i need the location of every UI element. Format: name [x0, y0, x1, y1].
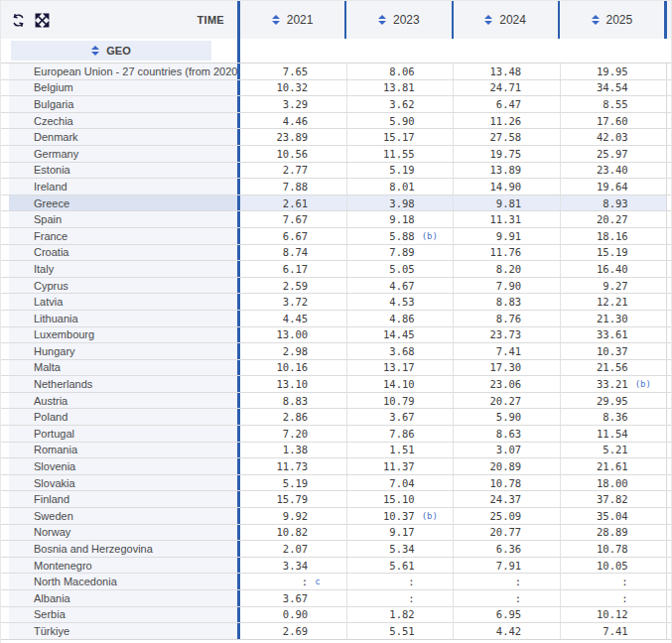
value-cell: 15.10: [347, 491, 455, 507]
value-cell: 10.37(b): [347, 508, 455, 524]
value-cell: 15.19: [561, 245, 668, 261]
cell-value: 5.19: [240, 477, 308, 489]
cell-value: 5.51: [347, 625, 415, 637]
cell-value: 7.91: [454, 560, 521, 572]
value-cell: 9.27: [561, 278, 668, 294]
year-sort-header-2025[interactable]: 2025: [558, 1, 667, 39]
expand-icon[interactable]: [35, 13, 50, 28]
geo-cell[interactable]: Albania: [9, 590, 237, 606]
cell-value: 19.75: [454, 148, 521, 160]
table-row: Germany10.5611.5519.7525.97: [1, 145, 671, 162]
value-cell: 19.75: [454, 146, 561, 162]
value-cell: 9.18: [347, 211, 455, 227]
value-cell: 1.82: [347, 607, 455, 623]
geo-cell[interactable]: Norway: [9, 525, 237, 541]
geo-cell[interactable]: Romania: [9, 443, 237, 458]
value-cell: 11.26: [454, 113, 561, 129]
value-cell: 10.16: [240, 360, 347, 376]
geo-cell[interactable]: Serbia: [9, 607, 237, 623]
geo-cell[interactable]: Finland: [9, 491, 237, 507]
cell-value: 20.89: [454, 460, 521, 472]
geo-cell[interactable]: Czechia: [9, 113, 237, 129]
value-cell: 3.67: [347, 409, 455, 425]
cell-value: :: [561, 576, 628, 587]
cell-value: 6.95: [454, 608, 521, 620]
cell-value: 2.61: [240, 197, 308, 209]
cell-value: 2.59: [240, 280, 308, 292]
value-cell: 9.91: [454, 228, 561, 244]
sort-icon: [378, 15, 386, 25]
geo-cell[interactable]: Poland: [9, 409, 237, 425]
cell-value: :: [561, 592, 628, 604]
value-cell: 9.81: [454, 195, 561, 211]
geo-cell[interactable]: Portugal: [9, 426, 237, 442]
geo-cell[interactable]: Germany: [9, 146, 237, 162]
geo-cell[interactable]: Italy: [9, 261, 237, 277]
geo-cell[interactable]: France: [9, 228, 237, 244]
cell-value: 3.67: [240, 592, 308, 604]
geo-cell[interactable]: Latvia: [9, 294, 237, 310]
geo-cell[interactable]: Türkiye: [9, 623, 237, 639]
cell-value: 4.46: [240, 115, 308, 127]
value-cell: 8.93: [561, 195, 668, 211]
geo-cell[interactable]: Spain: [9, 211, 237, 227]
cell-value: 14.90: [454, 181, 521, 193]
cell-flag: c: [308, 577, 345, 586]
geo-cell[interactable]: North Macedonia: [9, 574, 237, 589]
value-cell: 42.03: [561, 129, 668, 145]
geo-cell[interactable]: Malta: [9, 360, 237, 376]
geo-cell[interactable]: Bosnia and Herzegovina: [9, 541, 237, 557]
table-corner: TIME: [1, 1, 237, 39]
geo-cell[interactable]: Slovakia: [9, 475, 237, 491]
geo-cell[interactable]: Bulgaria: [9, 96, 237, 112]
table-row: Bosnia and Herzegovina2.075.346.3610.78: [1, 540, 671, 557]
year-label: 2024: [499, 13, 526, 27]
geo-cell[interactable]: Hungary: [9, 343, 237, 359]
geo-cell[interactable]: Netherlands: [9, 376, 237, 392]
cell-value: 1.82: [347, 608, 415, 620]
geo-cell[interactable]: Sweden: [9, 508, 237, 524]
year-sort-header-2021[interactable]: 2021: [237, 1, 344, 39]
geo-cell[interactable]: Croatia: [9, 245, 237, 261]
geo-cell[interactable]: European Union - 27 countries (from 2020…: [9, 64, 237, 79]
value-cell: 23.73: [454, 327, 561, 343]
cell-value: 3.07: [454, 444, 521, 455]
year-sort-header-2024[interactable]: 2024: [452, 1, 558, 39]
year-sort-header-2023[interactable]: 2023: [344, 1, 451, 39]
swap-axes-icon[interactable]: [11, 13, 26, 28]
cell-value: 7.86: [347, 428, 415, 440]
geo-cell[interactable]: Luxembourg: [9, 327, 237, 343]
geo-cell[interactable]: Lithuania: [9, 311, 237, 326]
geo-cell[interactable]: Estonia: [9, 163, 237, 179]
geo-cell[interactable]: Greece: [9, 195, 237, 211]
geo-cell[interactable]: Montenegro: [9, 558, 237, 574]
geo-cell[interactable]: Cyprus: [9, 278, 237, 294]
value-cell: 20.77: [454, 525, 561, 541]
cell-value: 10.12: [561, 608, 628, 620]
cell-value: 9.27: [561, 280, 628, 292]
geo-sort-header[interactable]: GEO: [11, 41, 211, 61]
cell-value: 7.20: [240, 428, 308, 440]
geo-cell[interactable]: Ireland: [9, 179, 237, 194]
geo-cell[interactable]: Austria: [9, 393, 237, 409]
cell-value: 3.67: [347, 411, 415, 423]
value-cell: 8.74: [240, 245, 347, 261]
geo-cell[interactable]: Denmark: [9, 129, 237, 145]
cell-value: 2.07: [240, 543, 308, 555]
cell-value: 1.38: [240, 444, 308, 455]
cell-value: 9.17: [347, 526, 415, 538]
geo-cell[interactable]: Slovenia: [9, 458, 237, 474]
cell-value: 7.67: [240, 213, 308, 225]
cell-value: 15.19: [561, 246, 628, 258]
geo-cell[interactable]: Belgium: [9, 80, 237, 96]
cell-value: 3.68: [347, 345, 415, 357]
cell-value: 23.73: [454, 328, 521, 340]
value-cell: 5.34: [347, 541, 455, 557]
value-cell: 7.41: [561, 623, 668, 639]
cell-value: 6.67: [240, 230, 308, 242]
value-cell: 7.65: [240, 64, 347, 79]
value-cell: 11.55: [347, 146, 455, 162]
cell-value: 7.41: [561, 625, 628, 637]
table-row: European Union - 27 countries (from 2020…: [1, 64, 671, 79]
cell-value: 5.90: [454, 411, 521, 423]
